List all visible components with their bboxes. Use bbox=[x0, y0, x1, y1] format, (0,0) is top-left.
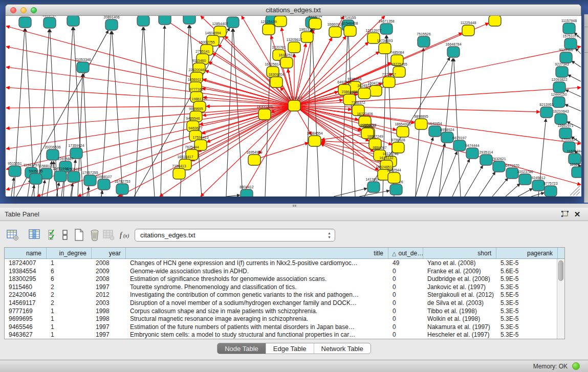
graph-node[interactable] bbox=[301, 32, 313, 42]
graph-node[interactable] bbox=[556, 67, 568, 77]
graph-node[interactable] bbox=[466, 148, 478, 159]
graph-node[interactable] bbox=[489, 16, 501, 26]
graph-node[interactable] bbox=[248, 155, 260, 165]
graph-node[interactable] bbox=[506, 168, 518, 179]
graph-node[interactable] bbox=[183, 16, 195, 24]
graph-node[interactable] bbox=[564, 38, 577, 49]
delete-table-icon[interactable] bbox=[88, 228, 101, 243]
table-row[interactable]: 1938455462009Genome-wide association stu… bbox=[5, 267, 564, 275]
column-header-in_degree[interactable]: in_degree bbox=[47, 248, 92, 258]
graph-node[interactable] bbox=[553, 97, 565, 107]
graph-node[interactable] bbox=[392, 142, 404, 153]
graph-node[interactable] bbox=[380, 24, 393, 34]
window-titlebar[interactable]: citations_edges.txt bbox=[6, 5, 581, 16]
graph-node[interactable] bbox=[47, 149, 59, 160]
graph-node[interactable] bbox=[572, 167, 581, 178]
function-builder-icon[interactable]: f(x) bbox=[119, 228, 132, 243]
graph-node[interactable] bbox=[68, 171, 80, 182]
graph-node[interactable] bbox=[43, 17, 56, 28]
graph-node[interactable] bbox=[9, 166, 21, 177]
graph-node[interactable] bbox=[415, 119, 427, 129]
graph-node[interactable] bbox=[560, 52, 572, 63]
column-header-short[interactable]: short bbox=[423, 248, 496, 258]
table-row[interactable]: 2242004622012Investigating the contribut… bbox=[5, 291, 564, 299]
graph-node[interactable] bbox=[98, 179, 110, 190]
table-row[interactable]: 977716911998Corpus callosum shape and si… bbox=[5, 307, 564, 315]
graph-node[interactable] bbox=[288, 100, 300, 111]
graph-node[interactable] bbox=[344, 26, 356, 36]
graph-node[interactable] bbox=[173, 168, 185, 179]
table-row[interactable]: 946554611997Estimation of the future num… bbox=[5, 323, 564, 331]
panel-splitter[interactable] bbox=[0, 204, 588, 208]
graph-node[interactable] bbox=[462, 25, 474, 36]
column-header-out_de[interactable]: △out_de… bbox=[388, 248, 423, 258]
graph-node[interactable] bbox=[258, 109, 271, 120]
graph-node[interactable] bbox=[493, 161, 505, 172]
graph-node[interactable] bbox=[280, 57, 293, 68]
graph-node[interactable] bbox=[67, 16, 79, 26]
graph-node[interactable] bbox=[532, 180, 545, 191]
graph-node[interactable] bbox=[241, 189, 253, 196]
graph-node[interactable] bbox=[563, 23, 575, 34]
new-table-icon[interactable] bbox=[72, 228, 85, 243]
table-row[interactable]: 1830029562008Estimation of significance … bbox=[5, 275, 564, 283]
graph-node[interactable] bbox=[553, 82, 565, 93]
column-header-pagerank[interactable]: pagerank bbox=[496, 248, 558, 258]
graph-node[interactable] bbox=[555, 114, 567, 124]
scrollbar-thumb[interactable] bbox=[558, 260, 563, 281]
graph-node[interactable] bbox=[105, 19, 118, 30]
column-header-year[interactable]: year bbox=[92, 248, 126, 258]
graph-node[interactable] bbox=[480, 155, 492, 165]
tab-edge-table[interactable]: Edge Table bbox=[266, 343, 314, 354]
graph-node[interactable] bbox=[84, 175, 96, 186]
vertical-scrollbar[interactable] bbox=[557, 259, 564, 339]
graph-node[interactable] bbox=[367, 182, 380, 192]
graph-node[interactable] bbox=[441, 132, 453, 143]
graph-node[interactable] bbox=[545, 186, 557, 196]
float-panel-icon[interactable] bbox=[560, 210, 570, 219]
table-row[interactable]: 1872400712008Changes of HCN gene express… bbox=[5, 259, 564, 267]
graph-node[interactable] bbox=[388, 172, 400, 183]
graph-node[interactable] bbox=[30, 173, 42, 184]
table-row[interactable]: 911546021997Tourette syndrome. Phenomeno… bbox=[5, 283, 564, 291]
graph-node[interactable] bbox=[383, 77, 395, 87]
tab-network-table[interactable]: Network Table bbox=[314, 343, 371, 354]
graph-node[interactable] bbox=[227, 17, 239, 28]
graph-node[interactable] bbox=[418, 36, 430, 47]
graph-node[interactable] bbox=[288, 42, 300, 53]
graph-node[interactable] bbox=[137, 16, 149, 26]
graph-node[interactable] bbox=[270, 77, 282, 87]
network-canvas[interactable]: 2405574230571720691718208914061808702413… bbox=[6, 16, 581, 196]
graph-node[interactable] bbox=[54, 171, 67, 182]
graph-node[interactable] bbox=[519, 174, 531, 185]
graph-node[interactable] bbox=[379, 43, 391, 54]
show-columns-icon[interactable] bbox=[28, 228, 41, 243]
graph-node[interactable] bbox=[429, 126, 441, 137]
close-panel-icon[interactable]: ✕ bbox=[573, 210, 582, 219]
table-selector-dropdown[interactable]: citations_edges.txt ▲▼ bbox=[135, 229, 335, 242]
column-header-title[interactable]: title bbox=[126, 248, 388, 258]
table-row[interactable]: 1456911722003Disruption of a novel membe… bbox=[5, 299, 564, 307]
graph-node[interactable] bbox=[116, 184, 128, 194]
graph-node[interactable] bbox=[263, 24, 275, 35]
graph-node[interactable] bbox=[397, 126, 409, 137]
graph-node[interactable] bbox=[19, 17, 31, 28]
graph-node[interactable] bbox=[358, 88, 371, 99]
table-row[interactable]: 969969511998Structural magnetic resonanc… bbox=[5, 315, 564, 323]
rows-icon[interactable] bbox=[58, 228, 72, 243]
graph-node-label: 9245012 bbox=[531, 176, 545, 180]
cell-title: Tourette syndrome. Phenomenology and cla… bbox=[126, 283, 388, 291]
tab-node-table[interactable]: Node Table bbox=[217, 343, 266, 354]
graph-node[interactable] bbox=[159, 16, 171, 25]
table-row[interactable]: 946362711997Embryonic stem cells: a mode… bbox=[5, 331, 564, 339]
column-header-name[interactable]: name bbox=[5, 248, 47, 258]
graph-node[interactable] bbox=[559, 128, 572, 139]
table-options-icon[interactable] bbox=[6, 228, 19, 243]
graph-node[interactable] bbox=[77, 62, 89, 73]
graph-node[interactable] bbox=[309, 136, 321, 146]
graph-node[interactable] bbox=[447, 47, 460, 57]
graph-node[interactable] bbox=[453, 140, 466, 151]
graph-node[interactable] bbox=[390, 184, 402, 195]
graph-node[interactable] bbox=[540, 107, 553, 118]
graph-node[interactable] bbox=[329, 27, 341, 37]
